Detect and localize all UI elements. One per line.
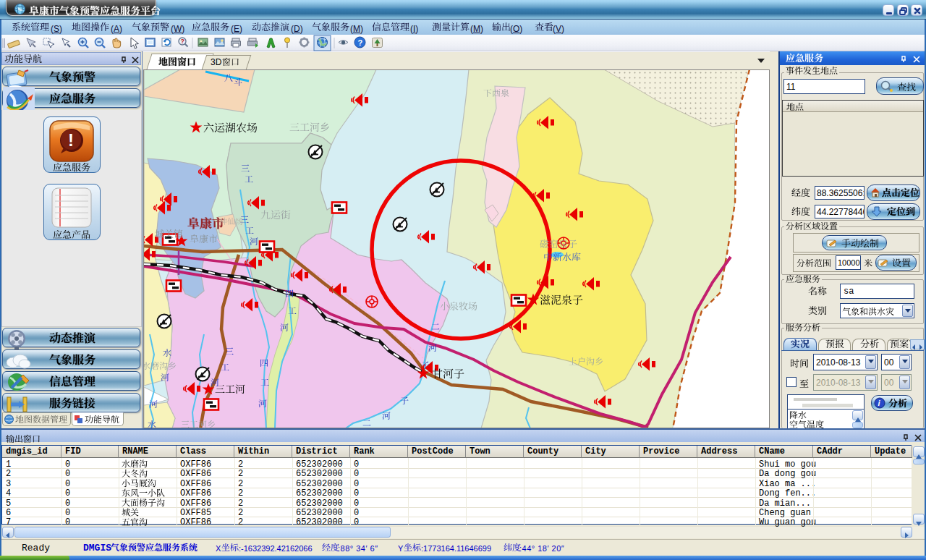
svg-text:?: ? <box>358 38 363 47</box>
svg-text:?: ? <box>181 38 185 45</box>
svg-text:!: ! <box>68 130 74 150</box>
